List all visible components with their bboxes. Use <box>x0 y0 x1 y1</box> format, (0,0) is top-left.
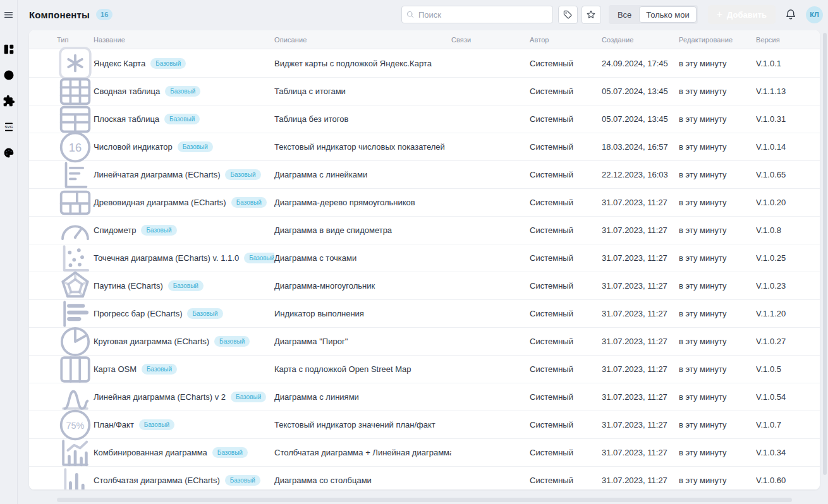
component-edited: в эту минуту <box>679 142 756 152</box>
scope-only-mine-button[interactable]: Только мои <box>639 6 696 23</box>
component-version: V.1.0.14 <box>756 142 820 152</box>
table-row[interactable]: Линейная диаграмма (ECharts) v 2 Базовый… <box>29 383 820 411</box>
table-row[interactable]: Карта OSM Базовый Карта с подложкой Open… <box>29 355 820 383</box>
table-row[interactable]: Древовидная диаграмма (ECharts) Базовый … <box>29 188 820 216</box>
component-edited: в эту минуту <box>679 476 756 485</box>
component-description: Столбчатая диаграмма + Линейная диаграмм… <box>274 448 451 457</box>
notifications-button[interactable] <box>784 8 797 21</box>
hamburger-menu-button[interactable] <box>0 0 18 29</box>
horizontal-scrollbar-thumb[interactable] <box>57 498 792 502</box>
vertical-scrollbar-thumb[interactable] <box>823 33 827 475</box>
component-author: Системный <box>530 337 602 346</box>
add-component-button[interactable]: + Добавить <box>708 5 776 24</box>
table-row[interactable]: Паутина (ECharts) Базовый Диаграмма-мног… <box>29 272 820 299</box>
base-badge: Базовый <box>150 58 186 69</box>
component-version: V.1.1.13 <box>756 87 820 96</box>
plus-icon: + <box>717 9 722 20</box>
main-area: Компоненты 16 Вс <box>18 0 828 504</box>
table-row[interactable]: Прогресс бар (ECharts) Базовый Индикатор… <box>29 299 820 327</box>
base-badge: Базовый <box>244 253 274 263</box>
search-input[interactable] <box>401 6 553 23</box>
component-name: Древовидная диаграмма (ECharts) <box>94 198 226 207</box>
component-edited: в эту минуту <box>679 225 756 235</box>
column-header-0: Тип <box>57 36 94 44</box>
table-row[interactable]: 16 Числовой индикатор Базовый Текстовый … <box>29 133 820 160</box>
component-description: Диаграмма-дерево прямоугольников <box>274 198 451 207</box>
component-created: 05.07.2024, 13:45 <box>602 114 679 124</box>
svg-text:16: 16 <box>69 140 82 153</box>
component-version: V.1.0.20 <box>756 198 820 207</box>
component-created: 31.07.2023, 11:27 <box>602 337 679 346</box>
component-created: 31.07.2023, 11:27 <box>602 281 679 291</box>
component-name: Карта OSM <box>94 364 137 374</box>
component-version: V.1.0.65 <box>756 170 820 179</box>
table-row[interactable]: Линейчатая диаграмма (ECharts) Базовый Д… <box>29 160 820 188</box>
component-author: Системный <box>530 142 602 152</box>
component-created: 31.07.2023, 11:27 <box>602 309 679 318</box>
component-created: 31.07.2023, 11:27 <box>602 420 679 429</box>
components-table: ТипНазваниеОписаниеСвязиАвторСозданиеРед… <box>29 30 820 489</box>
base-badge: Базовый <box>225 169 260 180</box>
sidebar-item-palette[interactable] <box>3 147 15 159</box>
bell-icon <box>784 8 797 21</box>
table-row[interactable]: Комбинированная диаграмма Базовый Столбч… <box>29 438 820 466</box>
base-badge: Базовый <box>142 364 177 375</box>
table-row[interactable]: Спидометр Базовый Диаграмма в виде спидо… <box>29 216 820 244</box>
component-description: Таблица с итогами <box>274 87 451 96</box>
sidebar-item-components[interactable] <box>3 95 15 107</box>
base-badge: Базовый <box>141 225 176 236</box>
component-description: Диаграмма с линейками <box>274 170 451 179</box>
component-description: Таблица без итогов <box>274 114 451 124</box>
component-edited: в эту минуту <box>679 392 756 402</box>
favorites-filter-button[interactable] <box>581 6 601 24</box>
component-version: V.1.0.23 <box>756 281 820 291</box>
component-edited: в эту минуту <box>679 170 756 179</box>
component-created: 24.09.2024, 17:45 <box>602 59 679 68</box>
column-header-3: Связи <box>451 36 530 44</box>
svg-icon: SVG <box>3 121 15 133</box>
component-description: Диаграмма со столбцами <box>274 476 451 485</box>
component-version: V.1.0.31 <box>756 114 820 124</box>
sidebar-item-dashboards[interactable] <box>3 43 15 56</box>
component-created: 31.07.2023, 11:27 <box>602 225 679 235</box>
component-description: Текстовый индикатор числовых показателей <box>274 142 451 152</box>
table-row[interactable]: Сводная таблица Базовый Таблица с итогам… <box>29 77 820 105</box>
component-version: V.1.0.5 <box>756 364 820 374</box>
table-row[interactable]: Плоская таблица Базовый Таблица без итог… <box>29 105 820 133</box>
component-name: Линейная диаграмма (ECharts) v 2 <box>94 392 226 402</box>
user-avatar[interactable]: КЛ <box>806 6 823 23</box>
scope-segmented-control: Все Только мои <box>609 5 698 24</box>
component-name: Плоская таблица <box>94 114 159 124</box>
component-name: Яндекс Карта <box>94 59 145 68</box>
component-version: V.1.1.20 <box>756 309 820 318</box>
base-badge: Базовый <box>178 141 213 152</box>
layout-icon <box>3 43 15 56</box>
scope-all-button[interactable]: Все <box>610 6 639 23</box>
component-author: Системный <box>530 114 602 124</box>
base-badge: Базовый <box>164 114 200 124</box>
component-created: 31.07.2023, 11:27 <box>602 198 679 207</box>
component-description: Диаграмма с точками <box>274 253 451 263</box>
table-row[interactable]: 75% План/Факт Базовый Текстовый индикато… <box>29 411 820 438</box>
column-header-6: Редактирование <box>679 36 756 44</box>
tags-filter-button[interactable] <box>558 6 578 24</box>
component-name: Числовой индикатор <box>94 142 173 152</box>
component-edited: в эту минуту <box>679 198 756 207</box>
table-row[interactable]: Яндекс Карта Базовый Виджет карты с подл… <box>29 49 820 77</box>
component-edited: в эту минуту <box>679 420 756 429</box>
column-header-2: Описание <box>274 36 451 44</box>
puzzle-icon <box>3 95 15 107</box>
component-name: Спидометр <box>94 225 136 235</box>
component-author: Системный <box>530 225 602 235</box>
component-version: V.1.0.25 <box>756 253 820 263</box>
sidebar-item-svg[interactable]: SVG <box>3 121 15 133</box>
component-created: 31.07.2023, 11:27 <box>602 253 679 263</box>
component-author: Системный <box>530 476 602 485</box>
table-row[interactable]: Столбчатая диаграмма (ECharts) Базовый Д… <box>29 466 820 489</box>
component-description: Диаграмма "Пирог" <box>274 337 451 346</box>
table-row[interactable]: Круговая диаграмма (ECharts) Базовый Диа… <box>29 327 820 355</box>
components-count-badge: 16 <box>96 9 113 20</box>
component-author: Системный <box>530 170 602 179</box>
table-row[interactable]: Точечная диаграмма (ECharts) v. 1.1.0 Ба… <box>29 244 820 272</box>
sidebar-item-charts[interactable] <box>3 69 15 81</box>
